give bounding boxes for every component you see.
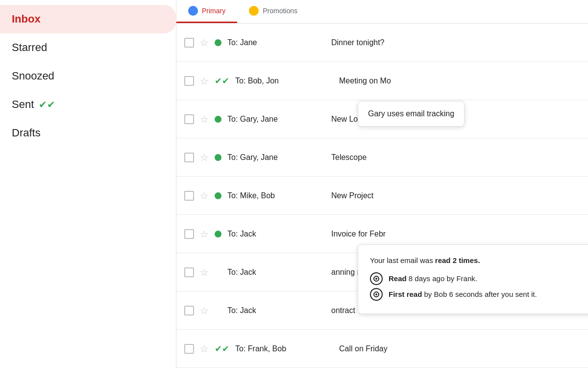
email-recipient: To: Frank, Bob [235, 344, 333, 353]
sidebar-item-drafts[interactable]: Drafts [0, 119, 176, 147]
email-recipient: To: Gary, Jane [227, 153, 325, 162]
read-entry-2-text: First read by Bob 6 seconds after you se… [389, 289, 537, 300]
star-icon[interactable]: ☆ [200, 343, 209, 355]
read-summary: Your last email was read 2 times. [370, 255, 588, 266]
email-subject: Invoice for Febr [331, 230, 580, 238]
sidebar: InboxStarredSnoozedSent✔✔Drafts [0, 0, 176, 368]
email-checkbox[interactable] [184, 76, 194, 86]
sidebar-label-sent: Sent [12, 98, 34, 111]
email-checkbox[interactable] [184, 344, 194, 354]
eye-icon-2 [370, 288, 383, 301]
read-entry-1-text: Read 8 days ago by Frank. [389, 273, 477, 285]
email-subject: Telescope [331, 153, 580, 162]
sidebar-label-inbox: Inbox [12, 13, 41, 26]
email-checkbox[interactable] [184, 229, 194, 239]
star-icon[interactable]: ☆ [200, 190, 209, 202]
star-icon[interactable]: ☆ [200, 152, 209, 163]
star-icon[interactable]: ☆ [200, 113, 209, 125]
email-recipient: To: Jack [227, 306, 325, 315]
promotions-tab-icon [249, 6, 259, 16]
email-checkbox[interactable] [184, 114, 194, 124]
read-entry-2: First read by Bob 6 seconds after you se… [370, 288, 588, 301]
email-checkbox[interactable] [184, 267, 194, 277]
star-icon[interactable]: ☆ [200, 305, 209, 316]
read-entry-1: Read 8 days ago by Frank. [370, 272, 588, 285]
tooltip-read: Your last email was read 2 times. Read 8… [358, 244, 588, 314]
tab-label-promotions: Promotions [263, 7, 297, 15]
tab-label-primary: Primary [202, 7, 225, 15]
star-icon[interactable]: ☆ [200, 37, 209, 49]
email-checkbox[interactable] [184, 153, 194, 162]
email-row[interactable]: ☆✔✔To: Bob, JonMeeting on Mo [176, 62, 588, 100]
double-check-icon: ✔✔ [215, 343, 229, 354]
double-check-icon: ✔✔ [215, 76, 229, 86]
email-row[interactable]: ☆✔✔To: Frank, BobCall on Friday [176, 330, 588, 368]
sidebar-item-sent[interactable]: Sent✔✔ [0, 90, 176, 119]
sidebar-label-snoozed: Snoozed [12, 70, 54, 82]
sidebar-label-drafts: Drafts [12, 127, 41, 139]
email-row[interactable]: ☆To: Gary, JaneTelescope [176, 138, 588, 177]
email-subject: Meeting on Mo [339, 77, 580, 85]
status-dot [215, 231, 221, 237]
email-recipient: To: Gary, Jane [227, 115, 325, 124]
sidebar-item-snoozed[interactable]: Snoozed [0, 62, 176, 90]
tooltip-gary-text: Gary uses email tracking [368, 109, 454, 118]
tab-primary[interactable]: Primary [176, 0, 237, 23]
tab-bar: PrimaryPromotions [176, 0, 588, 24]
read-summary-bold: read 2 times. [435, 256, 480, 264]
star-icon[interactable]: ☆ [200, 228, 209, 240]
status-dot [215, 154, 221, 161]
email-recipient: To: Jack [227, 230, 325, 238]
email-row[interactable]: ☆To: Mike, BobNew Project [176, 177, 588, 215]
email-checkbox[interactable] [184, 38, 194, 48]
email-checkbox[interactable] [184, 191, 194, 201]
svg-point-5 [375, 293, 377, 295]
svg-point-2 [375, 278, 377, 280]
email-row[interactable]: ☆To: JaneDinner tonight? [176, 24, 588, 62]
star-icon[interactable]: ☆ [200, 75, 209, 87]
email-list: Gary uses email tracking Your last email… [176, 24, 588, 368]
email-subject: New Project [331, 191, 580, 200]
sent-check-icon: ✔✔ [39, 99, 55, 110]
status-dot [215, 39, 221, 46]
status-dot [215, 116, 221, 123]
main-content: PrimaryPromotions Gary uses email tracki… [176, 0, 588, 368]
tab-promotions[interactable]: Promotions [237, 0, 309, 23]
tooltip-gary: Gary uses email tracking [358, 101, 465, 127]
email-recipient: To: Jane [227, 38, 325, 47]
email-subject: Dinner tonight? [331, 38, 580, 47]
email-checkbox[interactable] [184, 306, 194, 315]
email-recipient: To: Jack [227, 268, 325, 277]
email-subject: Call on Friday [339, 344, 580, 353]
sidebar-label-starred: Starred [12, 41, 47, 54]
email-recipient: To: Mike, Bob [227, 191, 325, 200]
star-icon[interactable]: ☆ [200, 266, 209, 278]
status-dot [215, 192, 221, 199]
sidebar-item-starred[interactable]: Starred [0, 33, 176, 62]
read-summary-prefix: Your last email was [370, 256, 435, 264]
email-recipient: To: Bob, Jon [235, 77, 333, 85]
eye-icon-1 [370, 272, 383, 285]
primary-tab-icon [188, 6, 198, 16]
sidebar-item-inbox[interactable]: Inbox [0, 5, 176, 33]
